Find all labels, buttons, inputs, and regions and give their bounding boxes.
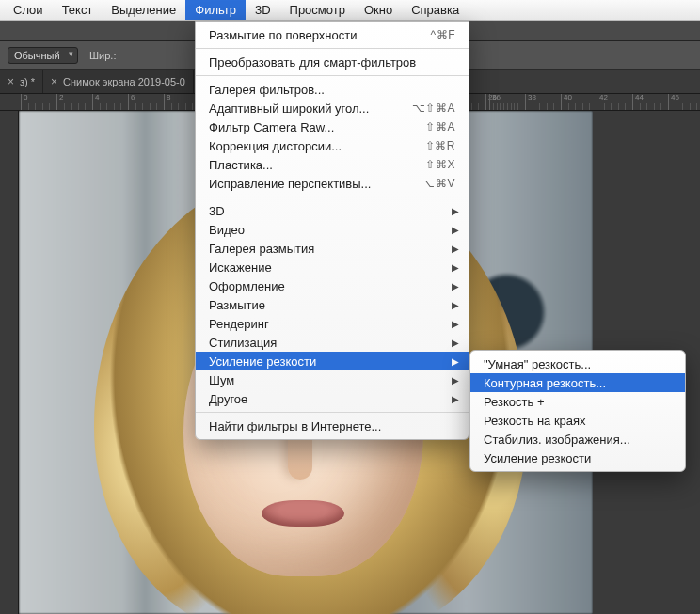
blend-mode-select[interactable]: Обычный — [8, 47, 78, 64]
menu-item[interactable]: Искажение — [196, 258, 469, 276]
menu-item[interactable]: Усиление резкости — [196, 352, 469, 370]
ruler-tick: 40 — [561, 94, 572, 110]
ruler-tick: 2 — [56, 94, 63, 110]
menu-item[interactable]: Шум — [196, 370, 469, 389]
submenu-item[interactable]: Усиление резкости — [470, 449, 685, 467]
menu-item-label: Искажение — [209, 260, 455, 275]
menu-item-label: Фильтр Camera Raw... — [209, 120, 425, 134]
submenu-item-label: Резкость на краях — [484, 414, 586, 428]
tab-label: з) * — [20, 76, 35, 87]
menu-item[interactable]: Галерея размытия — [196, 239, 469, 258]
menu-item-label: Оформление — [209, 279, 455, 293]
menu-item[interactable]: Видео — [196, 220, 469, 239]
menu-item-label: Другое — [209, 392, 455, 406]
menu-item[interactable]: Оформление — [196, 276, 469, 295]
ruler-tick: 42 — [597, 94, 608, 110]
menubar: СлоиТекстВыделениеФильтр3DПросмотрОкноСп… — [0, 0, 700, 21]
menu-item-label: Рендеринг — [209, 317, 455, 331]
menu-3d[interactable]: 3D — [246, 0, 280, 20]
submenu-item[interactable]: Резкость + — [470, 392, 685, 411]
menu-shortcut: ⇧⌘A — [425, 120, 455, 134]
tab-label: Снимок экрана 2019-05-0 — [63, 76, 185, 87]
width-label: Шир.: — [89, 50, 116, 61]
ruler-tick: 46 — [668, 94, 679, 110]
menu-справка[interactable]: Справка — [402, 0, 469, 20]
submenu-item-label: Резкость + — [484, 395, 545, 409]
menu-shortcut: ⇧⌘X — [425, 158, 455, 171]
submenu-item-label: "Умная" резкость... — [484, 357, 591, 371]
menu-выделение[interactable]: Выделение — [102, 0, 185, 20]
menu-item[interactable]: Пластика...⇧⌘X — [196, 155, 469, 174]
submenu-item-label: Усиление резкости — [484, 451, 591, 465]
menu-item-label: Адаптивный широкий угол... — [209, 102, 412, 116]
sharpen-submenu: "Умная" резкость...Контурная резкость...… — [469, 350, 686, 472]
menu-item[interactable]: Исправление перспективы...⌥⌘V — [196, 174, 469, 193]
menu-item-label: Найти фильтры в Интернете... — [209, 419, 455, 433]
menu-окно[interactable]: Окно — [355, 0, 402, 20]
ruler-tick: 36 — [489, 94, 501, 110]
menu-item[interactable]: Фильтр Camera Raw...⇧⌘A — [196, 118, 469, 136]
vertical-ruler — [0, 111, 19, 614]
close-icon[interactable]: × — [8, 75, 14, 88]
filter-menu-dropdown: Размытие по поверхности^⌘FПреобразовать … — [195, 21, 469, 440]
document-tab[interactable]: ×з) * — [0, 70, 43, 93]
submenu-item[interactable]: "Умная" резкость... — [470, 354, 685, 373]
menu-item-label: 3D — [209, 204, 455, 218]
menu-item[interactable]: Найти фильтры в Интернете... — [196, 417, 469, 435]
ruler-tick: 4 — [92, 94, 99, 110]
menu-item-label: Стилизация — [209, 336, 455, 350]
menu-item[interactable]: Рендеринг — [196, 314, 469, 333]
menu-shortcut: ⇧⌘R — [425, 139, 455, 152]
menu-item[interactable]: Стилизация — [196, 333, 469, 352]
document-tab[interactable]: ×Снимок экрана 2019-05-0 — [43, 70, 194, 93]
menu-item-label: Коррекция дисторсии... — [209, 139, 425, 153]
ruler-tick: 38 — [525, 94, 536, 110]
menu-просмотр[interactable]: Просмотр — [280, 0, 355, 20]
menu-item-label: Галерея фильтров... — [209, 83, 455, 97]
menu-item-label: Размытие по поверхности — [209, 28, 431, 42]
ruler-tick: 6 — [128, 94, 135, 110]
menu-текст[interactable]: Текст — [53, 0, 103, 20]
menu-item-label: Преобразовать для смарт-фильтров — [209, 55, 455, 70]
menu-item-label: Исправление перспективы... — [209, 177, 422, 191]
blend-mode-select-wrap[interactable]: Обычный — [8, 47, 78, 64]
menu-item-label: Галерея размытия — [209, 242, 455, 256]
menu-item[interactable]: Другое — [196, 389, 469, 408]
menu-shortcut: ⌥⌘V — [422, 177, 455, 190]
menu-item[interactable]: Галерея фильтров... — [196, 80, 469, 99]
submenu-item[interactable]: Контурная резкость... — [470, 373, 685, 392]
menu-item-label: Усиление резкости — [209, 354, 455, 369]
menu-item[interactable]: Размытие по поверхности^⌘F — [196, 25, 469, 44]
ruler-tick: 8 — [164, 94, 170, 110]
submenu-item[interactable]: Резкость на краях — [470, 411, 685, 430]
menu-item-label: Размытие — [209, 298, 455, 312]
menu-слои[interactable]: Слои — [4, 0, 53, 20]
menu-item[interactable]: 3D — [196, 201, 469, 220]
menu-shortcut: ^⌘F — [431, 28, 455, 41]
menu-item[interactable]: Коррекция дисторсии...⇧⌘R — [196, 136, 469, 155]
submenu-item[interactable]: Стабилиз. изображения... — [470, 430, 685, 449]
menu-item[interactable]: Размытие — [196, 295, 469, 314]
submenu-item-label: Стабилиз. изображения... — [484, 433, 630, 447]
menu-item-label: Видео — [209, 223, 455, 237]
submenu-item-label: Контурная резкость... — [484, 376, 606, 390]
menu-shortcut: ⌥⇧⌘A — [412, 102, 455, 115]
menu-item[interactable]: Адаптивный широкий угол...⌥⇧⌘A — [196, 99, 469, 118]
menu-item[interactable]: Преобразовать для смарт-фильтров — [196, 53, 469, 71]
menu-item-label: Пластика... — [209, 158, 425, 172]
close-icon[interactable]: × — [51, 75, 57, 88]
ruler-tick: 44 — [632, 94, 644, 110]
ruler-tick: 0 — [21, 94, 27, 110]
menu-item-label: Шум — [209, 373, 455, 387]
menu-фильтр[interactable]: Фильтр — [185, 0, 246, 20]
